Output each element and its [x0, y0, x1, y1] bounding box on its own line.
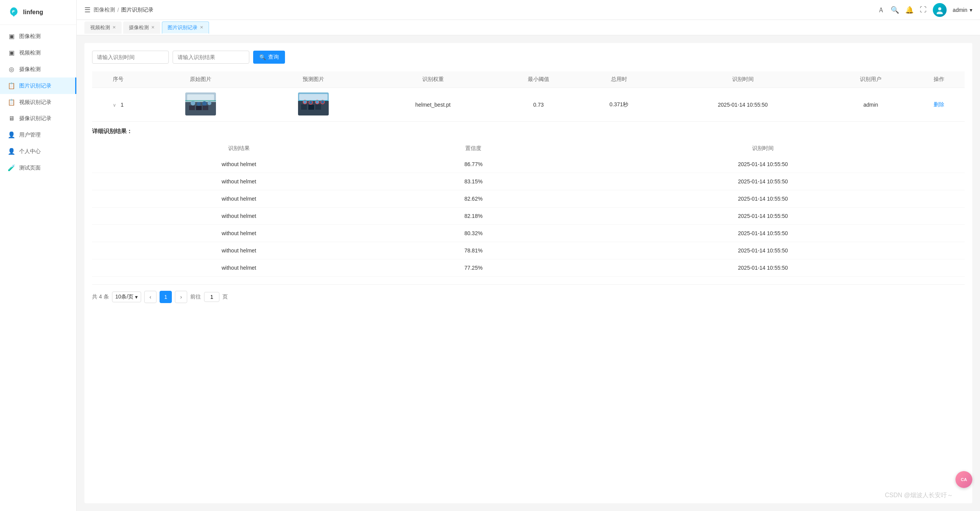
- detail-col-result: 识别结果: [92, 141, 386, 156]
- detail-time-1: 2025-01-14 10:55:50: [561, 173, 965, 190]
- col-header-time: 识别时间: [657, 71, 828, 88]
- detail-confidence-4: 80.32%: [386, 225, 561, 242]
- breadcrumb-separator: /: [117, 7, 119, 13]
- tab-camera-detection[interactable]: 摄像检测 ✕: [123, 21, 160, 34]
- pagination-page-input[interactable]: [204, 292, 219, 302]
- svg-rect-10: [196, 106, 202, 110]
- sidebar-item-label: 视频检测: [19, 49, 41, 56]
- search-bar: 🔍 查询: [92, 51, 965, 64]
- search-icon[interactable]: 🔍: [891, 6, 899, 14]
- logo-icon: [8, 6, 20, 18]
- predicted-image[interactable]: [298, 92, 329, 115]
- detail-table: 识别结果 置信度 识别时间 without helmet 86.77% 2025…: [92, 141, 965, 277]
- tab-close-video-detection[interactable]: ✕: [112, 25, 116, 30]
- main-area: ☰ 图像检测 / 图片识别记录 Ａ 🔍 🔔 ⛶ admin ▾: [77, 0, 980, 511]
- tab-close-image-records[interactable]: ✕: [200, 25, 203, 30]
- float-button[interactable]: CA: [955, 471, 972, 488]
- search-result-input[interactable]: [173, 51, 249, 64]
- col-header-user: 识别用户: [828, 71, 913, 88]
- detail-row: without helmet 77.25% 2025-01-14 10:55:5…: [92, 259, 965, 277]
- detail-result-5: without helmet: [92, 242, 386, 259]
- breadcrumb-root: 图像检测: [94, 7, 115, 13]
- sidebar-item-video-records[interactable]: 📋 视频识别记录: [0, 94, 76, 110]
- page-size-select[interactable]: 10条/页 ▾: [112, 292, 141, 302]
- col-header-action: 操作: [913, 71, 965, 88]
- svg-point-8: [208, 101, 211, 105]
- pagination-next[interactable]: ›: [175, 291, 187, 303]
- detail-result-3: without helmet: [92, 208, 386, 225]
- svg-rect-23: [299, 100, 328, 101]
- svg-rect-21: [308, 105, 314, 110]
- detail-col-confidence: 置信度: [386, 141, 561, 156]
- content-card: 🔍 查询 序号 原始图片 预测图片 识别权重 最小阈值 总用时 识别时间 识别用…: [84, 43, 972, 503]
- personal-center-icon: 👤: [8, 148, 15, 155]
- main-table: 序号 原始图片 预测图片 识别权重 最小阈值 总用时 识别时间 识别用户 操作: [92, 71, 965, 122]
- avatar[interactable]: [933, 3, 947, 17]
- sidebar-item-user-management[interactable]: 👤 用户管理: [0, 127, 76, 143]
- original-image[interactable]: [185, 92, 216, 115]
- sidebar-item-label: 图片识别记录: [19, 82, 51, 89]
- delete-link[interactable]: 删除: [934, 101, 944, 107]
- svg-rect-15: [299, 94, 328, 100]
- original-image-cell: [144, 88, 257, 122]
- sidebar-menu: ▣ 图像检测 ▣ 视频检测 ◎ 摄像检测 📋 图片识别记录 📋 视频识别记录 🖥…: [0, 25, 76, 511]
- avatar-icon: [936, 6, 944, 14]
- detail-confidence-2: 82.62%: [386, 190, 561, 208]
- detail-time-2: 2025-01-14 10:55:50: [561, 190, 965, 208]
- row-id: 1: [120, 102, 124, 108]
- sidebar-item-camera-detection[interactable]: ◎ 摄像检测: [0, 61, 76, 77]
- search-time-input[interactable]: [92, 51, 169, 64]
- svg-point-5: [191, 101, 195, 105]
- table-row: ∨ 1: [92, 88, 965, 122]
- pagination-prev[interactable]: ‹: [144, 291, 156, 303]
- sidebar-item-image-detection[interactable]: ▣ 图像检测: [0, 28, 76, 45]
- tab-image-records[interactable]: 图片识别记录 ✕: [162, 21, 209, 34]
- detail-confidence-3: 82.18%: [386, 208, 561, 225]
- svg-rect-9: [189, 105, 195, 110]
- font-size-icon[interactable]: Ａ: [878, 5, 884, 15]
- svg-point-0: [938, 7, 941, 10]
- header: ☰ 图像检测 / 图片识别记录 Ａ 🔍 🔔 ⛶ admin ▾: [77, 0, 980, 20]
- svg-rect-11: [203, 105, 208, 110]
- svg-point-17: [309, 101, 313, 104]
- pagination-total: 共 4 条: [92, 293, 109, 300]
- sidebar-item-personal-center[interactable]: 👤 个人中心: [0, 143, 76, 160]
- detail-confidence-5: 78.81%: [386, 242, 561, 259]
- pagination-page-1[interactable]: 1: [160, 291, 172, 303]
- detail-row: without helmet 80.32% 2025-01-14 10:55:5…: [92, 225, 965, 242]
- row-threshold: 0.73: [496, 88, 581, 122]
- fullscreen-icon[interactable]: ⛶: [920, 6, 927, 14]
- bell-icon[interactable]: 🔔: [905, 6, 914, 14]
- search-button[interactable]: 🔍 查询: [253, 51, 285, 64]
- username: admin: [953, 7, 967, 13]
- breadcrumb: 图像检测 / 图片识别记录: [94, 7, 153, 13]
- svg-point-1: [937, 12, 943, 14]
- col-header-original: 原始图片: [144, 71, 257, 88]
- detail-confidence-1: 83.15%: [386, 173, 561, 190]
- user-management-icon: 👤: [8, 131, 15, 138]
- menu-toggle-icon[interactable]: ☰: [84, 6, 91, 14]
- tabs-bar: 视频检测 ✕ 摄像检测 ✕ 图片识别记录 ✕: [77, 20, 980, 35]
- pagination: 共 4 条 10条/页 ▾ ‹ 1 › 前往 页: [92, 284, 965, 303]
- detail-section: 详细识别结果： 识别结果 置信度 识别时间 without helmet 86.…: [92, 128, 965, 277]
- classroom-svg: [185, 92, 216, 115]
- camera-records-icon: 🖥: [8, 115, 15, 122]
- user-info[interactable]: admin ▾: [953, 7, 972, 13]
- sidebar-item-video-detection[interactable]: ▣ 视频检测: [0, 45, 76, 61]
- detail-row: without helmet 82.18% 2025-01-14 10:55:5…: [92, 208, 965, 225]
- test-page-icon: 🧪: [8, 164, 15, 171]
- sidebar-item-label: 测试页面: [19, 165, 41, 171]
- col-header-weight: 识别权重: [370, 71, 496, 88]
- tab-video-detection[interactable]: 视频检测 ✕: [84, 21, 122, 34]
- sidebar-item-camera-records[interactable]: 🖥 摄像识别记录: [0, 110, 76, 127]
- sidebar-item-image-records[interactable]: 📋 图片识别记录: [0, 77, 76, 94]
- expand-icon[interactable]: ∨: [113, 102, 116, 108]
- row-weight: helmet_best.pt: [370, 88, 496, 122]
- tab-close-camera-detection[interactable]: ✕: [151, 25, 155, 30]
- sidebar-item-test-page[interactable]: 🧪 测试页面: [0, 160, 76, 176]
- sidebar-item-label: 个人中心: [19, 148, 41, 155]
- sidebar-item-label: 视频识别记录: [19, 99, 51, 106]
- camera-detection-icon: ◎: [8, 66, 15, 73]
- page-size-label: 10条/页: [115, 293, 133, 300]
- sidebar-logo: linfeng: [0, 0, 76, 25]
